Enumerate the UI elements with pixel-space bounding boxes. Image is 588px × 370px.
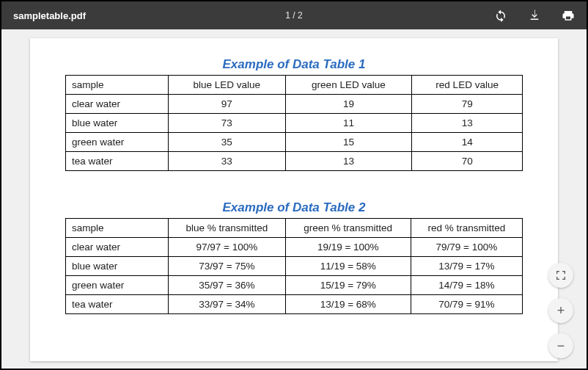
col-header: red % transmitted — [411, 219, 522, 238]
cell-value: 13/19 = 68% — [285, 295, 411, 314]
col-header: red LED value — [412, 76, 523, 95]
cell-value: 33/97 = 34% — [169, 295, 286, 314]
table2-title: Example of Data Table 2 — [65, 200, 523, 215]
cell-value: 13 — [285, 152, 412, 171]
pdf-viewer-app: sampletable.pdf 1 / 2 Example of Data Ta… — [1, 1, 587, 369]
cell-value: 15/19 = 79% — [285, 276, 411, 295]
page-indicator: 1 / 2 — [285, 10, 302, 21]
cell-value: 15 — [285, 133, 412, 152]
cell-value: 11/19 = 58% — [285, 257, 411, 276]
cell-value: 33 — [169, 152, 286, 171]
cell-value: 79/79 = 100% — [411, 238, 522, 257]
cell-value: 13 — [412, 114, 523, 133]
cell-value: 19 — [285, 95, 412, 114]
col-header: blue LED value — [169, 76, 286, 95]
cell-sample: tea water — [66, 295, 169, 314]
toolbar-actions — [494, 9, 575, 22]
zoom-out-button[interactable]: − — [548, 333, 573, 358]
cell-sample: tea water — [66, 152, 169, 171]
cell-value: 35 — [169, 133, 286, 152]
table-row: clear water 97 19 79 — [66, 95, 523, 114]
document-viewport[interactable]: Example of Data Table 1 sample blue LED … — [1, 29, 587, 369]
col-header: green LED value — [285, 76, 412, 95]
table-row: green water 35/97 = 36% 15/19 = 79% 14/7… — [66, 276, 523, 295]
cell-value: 14 — [412, 133, 523, 152]
table-row: blue water 73/97 = 75% 11/19 = 58% 13/79… — [66, 257, 523, 276]
cell-value: 35/97 = 36% — [169, 276, 286, 295]
cell-value: 19/19 = 100% — [285, 238, 411, 257]
rotate-icon[interactable] — [494, 9, 507, 22]
cell-sample: blue water — [66, 114, 169, 133]
cell-sample: green water — [66, 276, 169, 295]
table-row: tea water 33/97 = 34% 13/19 = 68% 70/79 … — [66, 295, 523, 314]
col-header: blue % transmitted — [169, 219, 286, 238]
cell-sample: green water — [66, 133, 169, 152]
cell-sample: blue water — [66, 257, 169, 276]
cell-value: 79 — [412, 95, 523, 114]
print-icon[interactable] — [562, 9, 575, 22]
zoom-in-button[interactable]: + — [548, 298, 573, 323]
cell-value: 14/79 = 18% — [411, 276, 522, 295]
table-row: clear water 97/97 = 100% 19/19 = 100% 79… — [66, 238, 523, 257]
cell-value: 70 — [412, 152, 523, 171]
table-row: green water 35 15 14 — [66, 133, 523, 152]
cell-value: 97/97 = 100% — [169, 238, 286, 257]
table-row: sample blue LED value green LED value re… — [66, 76, 523, 95]
toolbar: sampletable.pdf 1 / 2 — [1, 1, 587, 29]
col-header: sample — [66, 76, 169, 95]
fit-page-button[interactable] — [548, 263, 573, 288]
cell-value: 13/79 = 17% — [411, 257, 522, 276]
cell-value: 73 — [169, 114, 286, 133]
table1-title: Example of Data Table 1 — [65, 57, 523, 72]
pdf-page: Example of Data Table 1 sample blue LED … — [30, 38, 558, 361]
col-header: green % transmitted — [285, 219, 411, 238]
cell-sample: clear water — [66, 95, 169, 114]
table-row: sample blue % transmitted green % transm… — [66, 219, 523, 238]
data-table-1: sample blue LED value green LED value re… — [65, 75, 523, 171]
floating-controls: + − — [548, 263, 573, 358]
data-table-2: sample blue % transmitted green % transm… — [65, 218, 523, 314]
table-row: blue water 73 11 13 — [66, 114, 523, 133]
table-row: tea water 33 13 70 — [66, 152, 523, 171]
cell-value: 70/79 = 91% — [411, 295, 522, 314]
col-header: sample — [66, 219, 169, 238]
cell-value: 11 — [285, 114, 412, 133]
download-icon[interactable] — [528, 9, 541, 22]
cell-sample: clear water — [66, 238, 169, 257]
cell-value: 97 — [169, 95, 286, 114]
cell-value: 73/97 = 75% — [169, 257, 286, 276]
file-name: sampletable.pdf — [13, 10, 86, 21]
